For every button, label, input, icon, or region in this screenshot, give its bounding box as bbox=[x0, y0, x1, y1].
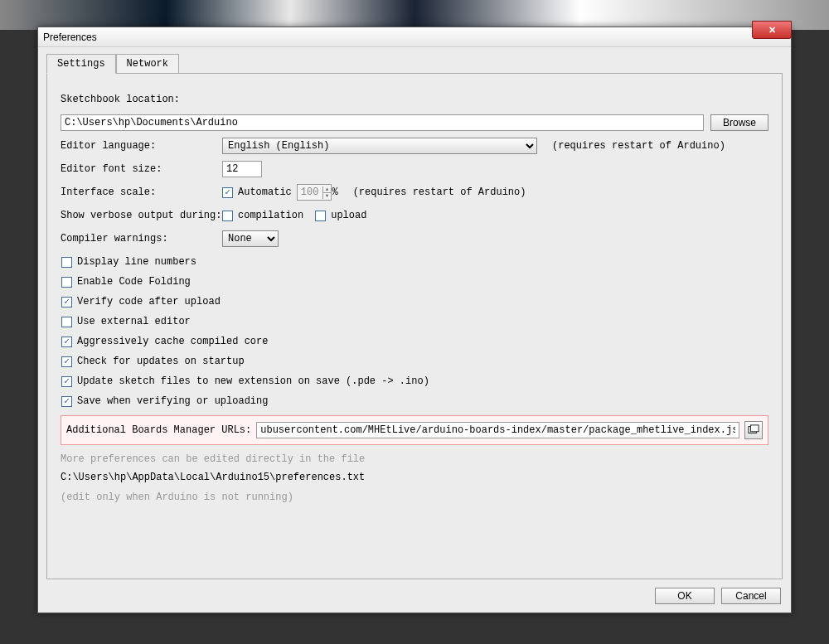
cancel-button[interactable]: Cancel bbox=[721, 588, 781, 604]
more-prefs-hint: More preferences can be edited directly … bbox=[61, 453, 768, 465]
tab-network[interactable]: Network bbox=[116, 54, 179, 74]
boards-url-input[interactable] bbox=[256, 422, 739, 438]
fontsize-label: Editor font size: bbox=[61, 163, 222, 175]
use-external-editor-label: Use external editor bbox=[77, 316, 191, 327]
percent-label: % bbox=[332, 186, 337, 198]
update-sketch-ext-label: Update sketch files to new extension on … bbox=[77, 375, 429, 387]
compilation-label: compilation bbox=[238, 210, 303, 221]
upload-label: upload bbox=[331, 210, 366, 221]
warnings-label: Compiler warnings: bbox=[61, 233, 222, 245]
boards-url-edit-button[interactable] bbox=[744, 421, 763, 439]
sketchbook-path-input[interactable] bbox=[61, 114, 704, 131]
close-button[interactable]: ✕ bbox=[752, 21, 792, 39]
settings-panel: Sketchbook location: Browse Editor langu… bbox=[46, 74, 783, 579]
boards-url-row: Additional Boards Manager URLs: bbox=[61, 415, 768, 445]
content-area: Settings Network Sketchbook location: Br… bbox=[38, 47, 791, 613]
language-restart-hint: (requires restart of Arduino) bbox=[552, 140, 725, 152]
sketchbook-label: Sketchbook location: bbox=[61, 94, 222, 105]
svg-rect-1 bbox=[751, 425, 759, 432]
scale-restart-hint: (requires restart of Arduino) bbox=[353, 186, 526, 198]
dialog-footer: OK Cancel bbox=[655, 588, 781, 604]
ok-button[interactable]: OK bbox=[655, 588, 715, 604]
scale-label: Interface scale: bbox=[61, 186, 222, 198]
close-icon: ✕ bbox=[768, 25, 776, 36]
browse-button[interactable]: Browse bbox=[710, 114, 768, 131]
display-line-numbers-checkbox[interactable] bbox=[61, 257, 72, 268]
aggressive-cache-checkbox[interactable] bbox=[61, 337, 72, 347]
tab-bar: Settings Network bbox=[46, 54, 783, 74]
tab-settings[interactable]: Settings bbox=[46, 54, 116, 74]
automatic-checkbox[interactable] bbox=[222, 187, 233, 198]
save-verify-label: Save when verifying or uploading bbox=[77, 395, 268, 407]
enable-code-folding-checkbox[interactable] bbox=[61, 277, 72, 288]
automatic-label: Automatic bbox=[238, 186, 292, 198]
background-desktop bbox=[0, 0, 829, 30]
chevron-up-icon[interactable]: ▲ bbox=[323, 186, 332, 193]
verify-after-upload-label: Verify code after upload bbox=[77, 296, 221, 307]
language-label: Editor language: bbox=[61, 140, 222, 152]
scale-value-input bbox=[298, 185, 322, 200]
window-title: Preferences bbox=[43, 31, 97, 43]
aggressive-cache-label: Aggressively cache compiled core bbox=[77, 336, 268, 347]
preferences-window: Preferences ✕ Settings Network Sketchboo… bbox=[37, 27, 792, 613]
use-external-editor-checkbox[interactable] bbox=[61, 317, 72, 327]
window-icon bbox=[748, 424, 759, 436]
boards-url-label: Additional Boards Manager URLs: bbox=[66, 424, 251, 436]
verify-after-upload-checkbox[interactable] bbox=[61, 297, 72, 307]
language-select[interactable]: English (English) bbox=[222, 138, 537, 154]
check-updates-checkbox[interactable] bbox=[61, 356, 72, 367]
enable-code-folding-label: Enable Code Folding bbox=[77, 276, 191, 288]
compilation-checkbox[interactable] bbox=[222, 211, 233, 221]
upload-checkbox[interactable] bbox=[315, 211, 326, 221]
fontsize-input[interactable] bbox=[222, 161, 262, 177]
warnings-select[interactable]: None bbox=[222, 230, 279, 247]
verbose-label: Show verbose output during: bbox=[61, 210, 222, 221]
update-sketch-ext-checkbox[interactable] bbox=[61, 376, 72, 387]
edit-only-hint: (edit only when Arduino is not running) bbox=[61, 491, 768, 503]
scale-spinner[interactable]: ▲ ▼ bbox=[297, 184, 332, 201]
titlebar[interactable]: Preferences ✕ bbox=[38, 27, 791, 47]
save-verify-checkbox[interactable] bbox=[61, 396, 72, 407]
check-updates-label: Check for updates on startup bbox=[77, 356, 245, 367]
prefs-path-link[interactable]: C:\Users\hp\AppData\Local\Arduino15\pref… bbox=[61, 472, 768, 483]
display-line-numbers-label: Display line numbers bbox=[77, 256, 196, 268]
spinner-buttons[interactable]: ▲ ▼ bbox=[322, 186, 332, 199]
chevron-down-icon[interactable]: ▼ bbox=[323, 193, 332, 199]
